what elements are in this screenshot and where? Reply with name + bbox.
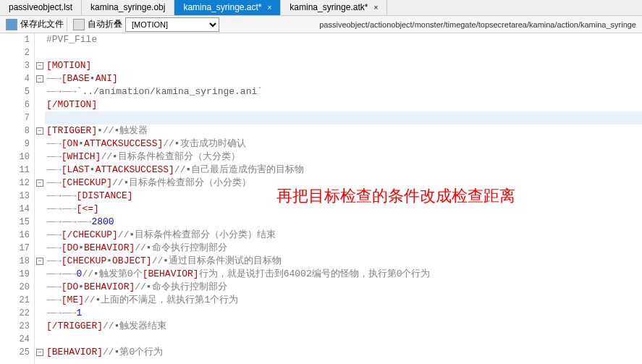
fold-toggle[interactable]: − — [36, 75, 43, 82]
tab-atk[interactable]: kamina_syringe.atk*× — [281, 0, 387, 15]
section-dropdown[interactable]: [MOTION] — [125, 17, 219, 32]
fold-toggle[interactable]: − — [36, 349, 43, 356]
separator — [67, 18, 67, 31]
tool-icon[interactable] — [73, 19, 85, 30]
tab-bar: passiveobject.lst kamina_syringe.obj kam… — [0, 0, 642, 16]
fold-toggle[interactable]: − — [36, 258, 43, 265]
code-area[interactable]: 再把目标检查的条件改成检查距离 #PVF_File [MOTION] ⸻→[BA… — [45, 33, 642, 364]
file-path: passiveobject/actionobject/monster/timeg… — [319, 20, 639, 29]
fold-toggle[interactable]: − — [36, 62, 43, 69]
line-numbers: 1234567891011121314151617181920212223242… — [0, 33, 35, 364]
code-text: `../animation/kamina_syringe.ani` — [77, 86, 263, 97]
save-icon[interactable] — [6, 19, 17, 30]
tab-passiveobject[interactable]: passiveobject.lst — [0, 0, 82, 15]
code-editor[interactable]: 1234567891011121314151617181920212223242… — [0, 33, 642, 364]
tab-obj[interactable]: kamina_syringe.obj — [82, 0, 174, 15]
tab-act[interactable]: kamina_syringe.act*× — [174, 0, 281, 15]
fold-toggle[interactable]: − — [36, 127, 43, 135]
code-text: #PVF_File — [46, 34, 97, 45]
autofold-label: 自动折叠 — [88, 18, 122, 30]
fold-toggle[interactable]: − — [36, 179, 43, 187]
tag: [/MOTION] — [46, 99, 97, 110]
close-icon[interactable]: × — [373, 4, 378, 12]
fold-column: −−−−−− — [35, 33, 45, 364]
close-icon[interactable]: × — [268, 4, 272, 12]
save-label: 保存此文件 — [20, 18, 64, 30]
toolbar: 保存此文件 自动折叠 [MOTION] passiveobject/action… — [0, 16, 642, 33]
tag: [MOTION] — [46, 60, 91, 71]
